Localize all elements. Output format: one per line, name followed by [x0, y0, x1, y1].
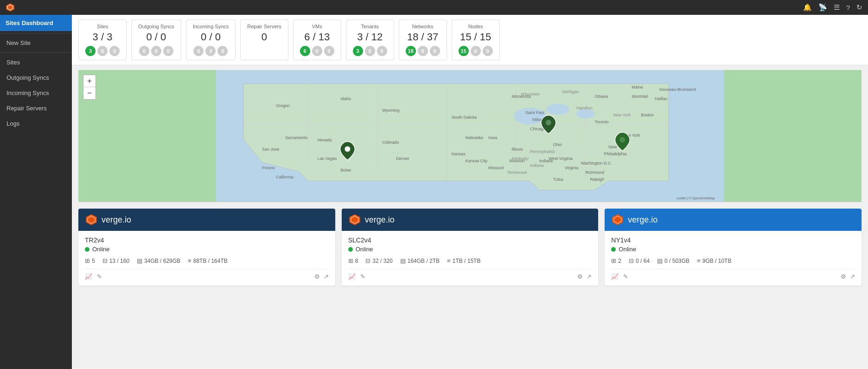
svg-text:Illinois: Illinois	[511, 147, 523, 152]
stat-card-networks[interactable]: Networks18 / 371800	[399, 19, 447, 60]
site-action-left: 📈 ✎	[348, 273, 365, 280]
external-link-icon[interactable]: ↗	[324, 273, 329, 280]
external-link-icon[interactable]: ↗	[587, 273, 592, 280]
stat-value: 164GB / 2TB	[408, 258, 440, 264]
svg-text:Idaho: Idaho	[340, 96, 351, 101]
svg-text:Kentucky: Kentucky	[511, 156, 529, 161]
stat-icon: ⊟	[629, 257, 634, 264]
topbar-logo	[6, 3, 15, 12]
refresh-icon[interactable]: ↻	[856, 3, 862, 12]
map-container: + −	[78, 70, 862, 202]
stat-card-sites[interactable]: Sites3 / 3300	[78, 19, 127, 60]
svg-text:Sacramento: Sacramento	[285, 135, 307, 140]
site-card-header-text: verge.io	[102, 215, 131, 225]
stat-card-tenants[interactable]: Tenants3 / 12300	[346, 19, 394, 60]
sidebar-item-new-site[interactable]: New Site	[0, 35, 72, 51]
settings-icon[interactable]: ⚙	[841, 273, 846, 280]
svg-text:Tulsa: Tulsa	[553, 177, 563, 182]
stat-card-nodes[interactable]: Nodes15 / 151500	[452, 19, 500, 60]
status-badge: 0	[97, 46, 108, 56]
stat-value: 3 / 12	[353, 31, 387, 43]
stat-card-vms[interactable]: VMs6 / 13600	[293, 19, 341, 60]
site-stat-item: ▤34GB / 629GB	[137, 257, 180, 264]
site-stats-row: ⊞2⊟0 / 64▤0 / 503GB≡9GB / 10TB	[611, 257, 855, 264]
svg-text:Missouri: Missouri	[488, 165, 504, 170]
stat-card-repair-servers[interactable]: Repair Servers0	[240, 19, 288, 60]
svg-text:Boise: Boise	[340, 168, 351, 172]
stat-icon: ≡	[188, 257, 191, 264]
stat-value: 6 / 13	[300, 31, 334, 43]
stat-icon: ≡	[697, 257, 701, 264]
svg-text:Virginia: Virginia	[565, 165, 579, 170]
svg-text:South Dakota: South Dakota	[452, 115, 477, 120]
settings-icon[interactable]: ⚙	[314, 273, 320, 280]
sidebar-item-logs[interactable]: Logs	[0, 116, 72, 131]
help-icon[interactable]: ?	[846, 4, 850, 12]
chart-icon[interactable]: 📈	[348, 273, 356, 280]
stat-title: Repair Servers	[247, 24, 281, 29]
site-actions: 📈 ✎ ⚙ ↗	[348, 269, 592, 280]
stat-card-incoming-syncs[interactable]: Incoming Syncs0 / 0000	[186, 19, 236, 60]
status-text: Online	[356, 246, 373, 253]
status-badge: 0	[205, 46, 216, 56]
svg-text:Michigan: Michigan	[562, 89, 579, 94]
edit-icon[interactable]: ✎	[97, 273, 102, 280]
status-badge: 6	[300, 46, 310, 56]
site-cards: verge.io TR2v4Online⊞5⊟13 / 160▤34GB / 6…	[72, 202, 868, 292]
svg-text:Denver: Denver	[396, 156, 409, 161]
status-dot	[611, 247, 616, 252]
svg-point-4	[546, 104, 569, 115]
stat-value: 2	[618, 258, 621, 264]
sidebar-item-repair-servers[interactable]: Repair Servers	[0, 101, 72, 116]
svg-text:Hamilton: Hamilton	[576, 106, 593, 110]
site-card-body: TR2v4Online⊞5⊟13 / 160▤34GB / 629GB≡88TB…	[78, 231, 335, 286]
site-action-right: ⚙ ↗	[841, 273, 855, 280]
site-stat-item: ⊞8	[348, 257, 358, 264]
svg-text:Colorado: Colorado	[382, 140, 399, 145]
list-icon[interactable]: ☰	[834, 3, 840, 12]
sidebar-item-incoming-syncs[interactable]: Incoming Syncs	[0, 85, 72, 101]
site-stat-item: ≡88TB / 164TB	[188, 257, 228, 264]
site-stat-item: ≡1TB / 15TB	[447, 257, 480, 264]
site-stat-item: ▤0 / 503GB	[657, 257, 689, 264]
svg-text:Nouveau-Brunswick: Nouveau-Brunswick	[659, 87, 696, 92]
stat-card-outgoing-syncs[interactable]: Outgoing Syncs0 / 0000	[131, 19, 181, 60]
site-stat-item: ⊟0 / 64	[629, 257, 650, 264]
svg-text:Kansas City: Kansas City	[466, 159, 488, 163]
site-card-header-text: verge.io	[365, 215, 395, 225]
chart-icon[interactable]: 📈	[611, 273, 619, 280]
site-status: Online	[85, 246, 329, 253]
map-zoom-out[interactable]: −	[83, 87, 96, 99]
svg-point-67	[619, 137, 625, 142]
svg-text:Leaflet | © OpenStreetMap: Leaflet | © OpenStreetMap	[677, 197, 715, 200]
status-badge: 0	[139, 46, 149, 56]
status-badge: 0	[471, 46, 481, 56]
site-name: TR2v4	[85, 236, 329, 244]
notification-icon[interactable]: 🔔	[803, 3, 812, 12]
status-text: Online	[619, 246, 636, 253]
svg-text:Raleigh: Raleigh	[590, 177, 604, 182]
stat-title: VMs	[300, 24, 334, 29]
status-badge: 0	[377, 46, 387, 56]
site-action-left: 📈 ✎	[611, 273, 628, 280]
edit-icon[interactable]: ✎	[623, 273, 628, 280]
svg-text:California: California	[276, 175, 294, 179]
stat-title: Nodes	[459, 24, 493, 29]
site-stat-item: ≡9GB / 10TB	[697, 257, 731, 264]
rss-icon[interactable]: 📡	[818, 3, 827, 12]
settings-icon[interactable]: ⚙	[577, 273, 583, 280]
site-name: NY1v4	[611, 236, 855, 244]
map-zoom-in[interactable]: +	[83, 75, 96, 87]
edit-icon[interactable]: ✎	[360, 273, 365, 280]
map-controls: + −	[83, 75, 96, 100]
status-badge: 3	[353, 46, 363, 56]
sidebar-item-sites[interactable]: Sites	[0, 55, 72, 70]
sidebar-item-outgoing-syncs[interactable]: Outgoing Syncs	[0, 70, 72, 85]
external-link-icon[interactable]: ↗	[850, 273, 855, 280]
site-card-tr2v4: verge.io TR2v4Online⊞5⊟13 / 160▤34GB / 6…	[78, 209, 335, 286]
stat-icon: ⊟	[102, 257, 108, 264]
status-badge: 0	[109, 46, 120, 56]
site-card-header: verge.io	[78, 209, 335, 231]
site-stat-item: ⊟32 / 320	[365, 257, 392, 264]
chart-icon[interactable]: 📈	[85, 273, 92, 280]
